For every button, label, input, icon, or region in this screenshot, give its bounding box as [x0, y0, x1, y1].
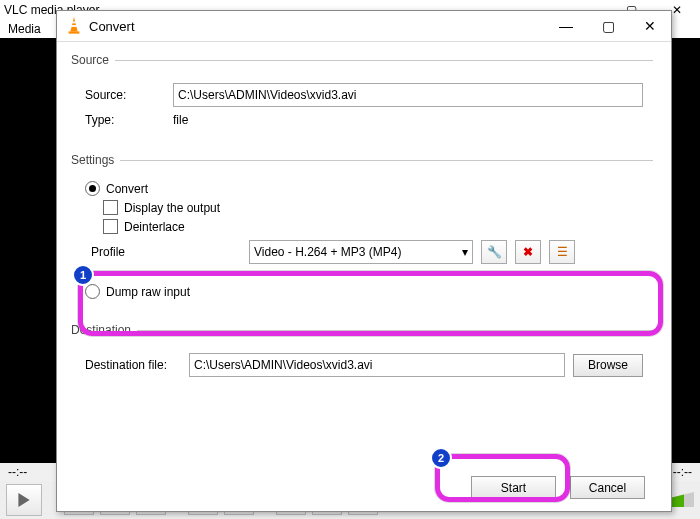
profile-value: Video - H.264 + MP3 (MP4) — [254, 245, 402, 259]
convert-radio[interactable]: Convert — [85, 181, 643, 196]
deinterlace-checkbox[interactable]: Deinterlace — [103, 219, 643, 234]
settings-legend: Settings — [71, 153, 120, 167]
delete-profile-button[interactable]: ✖ — [515, 240, 541, 264]
new-profile-button[interactable]: ☰ — [549, 240, 575, 264]
dialog-title: Convert — [89, 19, 135, 34]
svg-rect-11 — [71, 25, 78, 27]
cancel-button[interactable]: Cancel — [570, 476, 645, 499]
new-profile-icon: ☰ — [557, 245, 568, 259]
destination-section: Destination Destination file: Browse — [75, 323, 653, 389]
destination-label: Destination file: — [85, 358, 181, 372]
svg-rect-10 — [71, 22, 76, 24]
start-button[interactable]: Start — [471, 476, 556, 499]
radio-dot-icon — [85, 181, 100, 196]
dump-raw-label: Dump raw input — [106, 285, 190, 299]
checkbox-icon — [103, 200, 118, 215]
type-label: Type: — [85, 113, 165, 127]
destination-legend: Destination — [71, 323, 137, 337]
dialog-titlebar: Convert — ▢ ✕ — [57, 11, 671, 42]
destination-input[interactable] — [189, 353, 565, 377]
browse-button[interactable]: Browse — [573, 354, 643, 377]
dialog-minimize-button[interactable]: — — [545, 12, 587, 40]
checkbox-icon — [103, 219, 118, 234]
edit-profile-button[interactable]: 🔧 — [481, 240, 507, 264]
display-output-checkbox[interactable]: Display the output — [103, 200, 643, 215]
menu-media[interactable]: Media — [8, 22, 41, 36]
time-elapsed: --:-- — [8, 465, 27, 479]
time-total: --:-- — [673, 465, 692, 479]
display-output-label: Display the output — [124, 201, 220, 215]
profile-label: Profile — [91, 245, 241, 259]
play-button[interactable] — [6, 484, 42, 516]
convert-radio-label: Convert — [106, 182, 148, 196]
source-input[interactable] — [173, 83, 643, 107]
chevron-down-icon: ▾ — [462, 245, 468, 259]
radio-dot-icon — [85, 284, 100, 299]
dialog-maximize-button[interactable]: ▢ — [587, 12, 629, 40]
profile-combobox[interactable]: Video - H.264 + MP3 (MP4) ▾ — [249, 240, 473, 264]
svg-marker-0 — [18, 493, 29, 507]
source-label: Source: — [85, 88, 165, 102]
wrench-icon: 🔧 — [487, 245, 502, 259]
vlc-cone-icon — [65, 17, 83, 35]
source-section: Source Source: Type: file — [75, 53, 653, 139]
deinterlace-label: Deinterlace — [124, 220, 185, 234]
dump-raw-radio[interactable]: Dump raw input — [85, 284, 643, 299]
svg-marker-9 — [70, 17, 77, 31]
delete-icon: ✖ — [523, 245, 533, 259]
settings-section: Settings Convert Display the output Dein… — [75, 153, 653, 309]
convert-dialog: Convert — ▢ ✕ Source Source: Type: file — [56, 10, 672, 512]
source-legend: Source — [71, 53, 115, 67]
dialog-close-button[interactable]: ✕ — [629, 12, 671, 40]
svg-rect-12 — [69, 31, 80, 33]
type-value: file — [173, 113, 188, 127]
